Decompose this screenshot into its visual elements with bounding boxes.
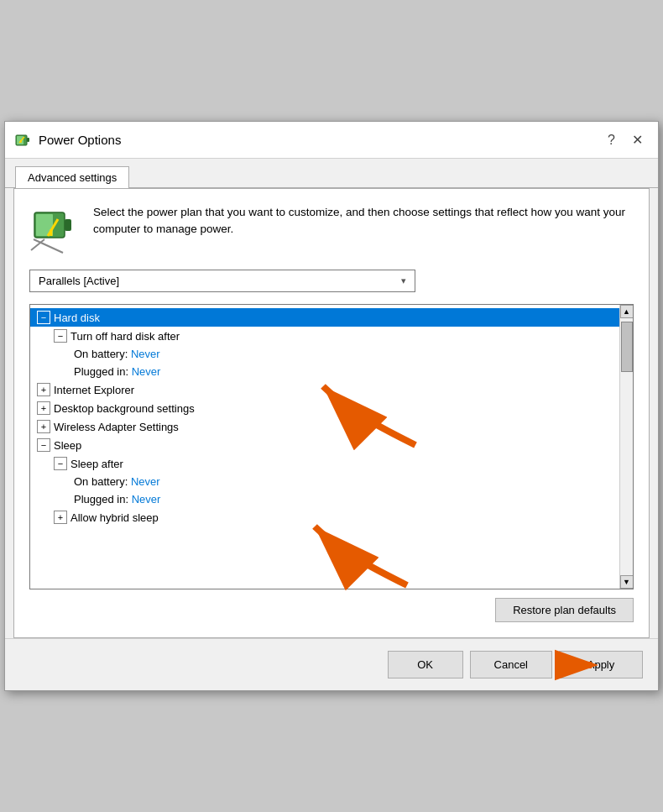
expander-icon[interactable]: − [37, 438, 50, 452]
dropdown-value: Parallels [Active] [39, 275, 119, 287]
cancel-button[interactable]: Cancel [470, 651, 552, 678]
svg-rect-1 [27, 138, 29, 142]
scroll-track[interactable] [620, 318, 633, 575]
tree-item-sleep[interactable]: − Sleep [30, 436, 619, 454]
scroll-thumb[interactable] [621, 322, 633, 372]
tree-item-desktop-bg[interactable]: + Desktop background settings [30, 399, 619, 417]
title-bar-right: ? ✕ [601, 130, 650, 149]
plan-dropdown[interactable]: Parallels [Active] ▾ [29, 270, 415, 292]
scroll-up-button[interactable]: ▲ [620, 305, 634, 318]
expander-icon[interactable]: − [54, 457, 67, 470]
svg-rect-2 [17, 136, 23, 144]
expander-icon[interactable]: + [37, 383, 50, 396]
chevron-down-icon: ▾ [401, 275, 406, 286]
scroll-down-button[interactable]: ▼ [620, 575, 634, 589]
expander-icon[interactable]: + [37, 420, 50, 433]
item-label: Plugged in: Never [74, 365, 160, 378]
tree-item-sleep-after[interactable]: − Sleep after [30, 454, 619, 473]
item-label: Sleep after [70, 458, 123, 470]
svg-rect-6 [65, 219, 71, 231]
restore-row: Restore plan defaults [29, 598, 634, 622]
power-icon [13, 131, 32, 149]
tree-container: − Hard disk − Turn off hard disk after O… [29, 304, 634, 589]
tree-item-on-battery[interactable]: On battery: Never [30, 345, 619, 363]
close-button[interactable]: ✕ [625, 130, 650, 149]
tree-item-turn-off[interactable]: − Turn off hard disk after [30, 327, 619, 345]
expander-icon[interactable]: − [54, 329, 67, 343]
tree-wrapper: − Hard disk − Turn off hard disk after O… [29, 304, 634, 589]
tree-item-plugged-in-1[interactable]: Plugged in: Never [30, 363, 619, 380]
description-text: Select the power plan that you want to c… [93, 204, 634, 238]
apply-button[interactable]: Apply [559, 651, 643, 678]
footer: OK Cancel Apply [5, 638, 658, 690]
item-label: Wireless Adapter Settings [54, 421, 179, 433]
description-area: Select the power plan that you want to c… [29, 204, 634, 254]
main-content: Select the power plan that you want to c… [13, 188, 650, 638]
tree-item-hard-disk[interactable]: − Hard disk [30, 308, 619, 327]
item-label: On battery: Never [74, 475, 160, 488]
item-label: Desktop background settings [54, 402, 195, 415]
item-label: Sleep [54, 439, 81, 452]
expander-icon[interactable]: − [37, 311, 50, 324]
tree-item-internet-explorer[interactable]: + Internet Explorer [30, 380, 619, 399]
tab-advanced-settings[interactable]: Advanced settings [15, 166, 129, 188]
item-label: Turn off hard disk after [70, 330, 180, 343]
ok-button[interactable]: OK [388, 651, 463, 678]
expander-icon[interactable]: + [54, 511, 67, 524]
power-options-dialog: Power Options ? ✕ Advanced settings [4, 121, 659, 691]
title-bar-left: Power Options [13, 131, 121, 149]
tab-area: Advanced settings [5, 159, 658, 188]
tree-item-hybrid-sleep[interactable]: + Allow hybrid sleep [30, 508, 619, 526]
item-label: Internet Explorer [54, 384, 134, 396]
item-label: Allow hybrid sleep [70, 511, 159, 524]
item-label: On battery: Never [74, 348, 160, 360]
dropdown-row: Parallels [Active] ▾ [29, 270, 634, 292]
title-bar: Power Options ? ✕ [5, 122, 658, 159]
svg-line-10 [34, 239, 63, 253]
help-button[interactable]: ? [601, 131, 622, 149]
expander-icon[interactable]: + [37, 401, 50, 415]
restore-plan-defaults-button[interactable]: Restore plan defaults [495, 598, 634, 622]
title-text: Power Options [39, 133, 121, 147]
tree-item-wireless[interactable]: + Wireless Adapter Settings [30, 417, 619, 436]
scrollbar[interactable]: ▲ ▼ [619, 305, 633, 589]
tree-item-sleep-plugged[interactable]: Plugged in: Never [30, 490, 619, 508]
battery-illustration-icon [29, 204, 80, 254]
item-label: Plugged in: Never [74, 493, 160, 506]
tree-item-sleep-battery[interactable]: On battery: Never [30, 473, 619, 490]
tree-list: − Hard disk − Turn off hard disk after O… [30, 305, 619, 589]
item-label: Hard disk [54, 312, 100, 324]
